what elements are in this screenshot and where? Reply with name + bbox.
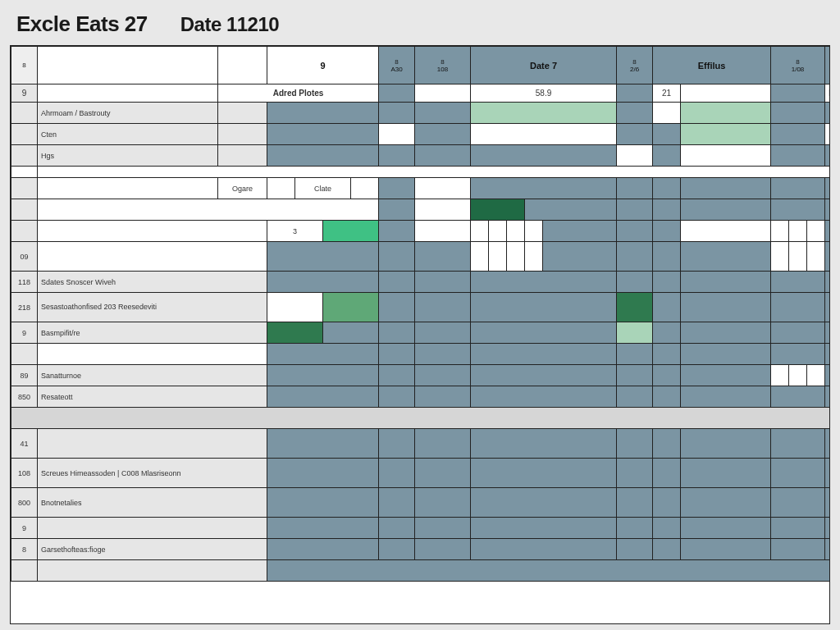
data-row (11, 199, 831, 221)
hdr-g1[interactable]: 8A30 (379, 47, 415, 84)
data-row: 9 Basmpifit/re (11, 322, 831, 344)
data-row: 41 (11, 429, 831, 459)
data-row: 9 (11, 518, 831, 539)
row-number[interactable]: 108 (11, 459, 38, 488)
sub-val3[interactable]: Neeitfen Predes 7 (825, 84, 830, 103)
hdr-g4[interactable]: 81/08 (771, 47, 825, 84)
row-label[interactable]: Ahrmoam / Bastrouty (38, 103, 218, 124)
sub-val2[interactable]: 21 (653, 84, 681, 103)
row-label[interactable]: Screues Himeassoden | C008 Mlasriseonn (38, 459, 267, 488)
hdr-blank-sub[interactable] (218, 47, 267, 84)
row-label[interactable]: Resateott (38, 386, 267, 408)
row-label[interactable]: Bnotnetalies (38, 488, 267, 518)
spreadsheet-grid[interactable]: 8 9 8A30 8108 Date 7 82/6 Effilus 81/08 … (10, 45, 830, 624)
section-divider (11, 408, 831, 429)
hdr-g2[interactable]: 8108 (415, 47, 471, 84)
row-number[interactable]: 09 (11, 242, 38, 272)
data-row (11, 344, 831, 365)
data-row: 8 Garsethofteas:fioge (11, 539, 831, 560)
data-row: 850 Resateott (11, 386, 831, 408)
row-number[interactable]: 41 (11, 429, 38, 459)
row-sublabel-b[interactable]: Clate (295, 178, 351, 199)
row-number[interactable]: 8 (11, 539, 38, 560)
data-row: 09 (11, 242, 831, 272)
sub-val1[interactable]: 58.9 (471, 84, 617, 103)
row-label[interactable]: Garsethofteas:fioge (38, 539, 267, 560)
app-title: Excle Eats 27 (16, 11, 148, 37)
row-number[interactable]: 9 (11, 518, 38, 539)
row-number[interactable]: 118 (11, 272, 38, 293)
data-row: 108 Screues Himeassoden | C008 Mlasriseo… (11, 459, 831, 488)
column-header-row: 8 9 8A30 8108 Date 7 82/6 Effilus 81/08 … (11, 47, 831, 84)
row-label[interactable]: Cten (38, 124, 218, 145)
data-row: 89 Sanatturnoe (11, 365, 831, 386)
date-subtitle: Date 11210 (180, 13, 279, 36)
hdr-eff[interactable]: Effilus (653, 47, 771, 84)
subheader-row: 9 Adred Plotes 58.9 21 Neeitfen Predes 7 (11, 84, 831, 103)
hdr-blank-label[interactable] (38, 47, 218, 84)
row-label[interactable]: Sdates Snoscer Wiveh (38, 272, 267, 293)
hdr-g3[interactable]: 82/6 (617, 47, 653, 84)
data-row: Ogare Clate (11, 178, 831, 199)
data-row: Ahrmoam / Bastrouty (11, 103, 831, 124)
hdr-center[interactable]: 9 (267, 47, 379, 84)
data-row: 3 (11, 221, 831, 242)
hdr-g5[interactable]: 38 (825, 47, 830, 84)
sheet-table[interactable]: 8 9 8A30 8108 Date 7 82/6 Effilus 81/08 … (11, 46, 830, 582)
data-row: 218 Sesastoathonfised 203 Reesedeviti (11, 293, 831, 322)
sub-rownum[interactable]: 9 (11, 84, 38, 103)
row-number[interactable]: 800 (11, 488, 38, 518)
data-row: Hgs (11, 145, 831, 167)
data-row: 800 Bnotnetalies (11, 488, 831, 518)
hdr-date[interactable]: Date 7 (471, 47, 617, 84)
data-row (11, 167, 831, 178)
data-row: Cten (11, 124, 831, 145)
green-bar[interactable] (323, 221, 379, 242)
row-number[interactable]: 850 (11, 386, 38, 408)
row-sublabel-a[interactable]: Ogare (218, 178, 267, 199)
title-bar: Excle Eats 27 Date 11210 (10, 7, 830, 45)
sub-label-mid[interactable]: Adred Plotes (218, 84, 379, 103)
data-row: 118 Sdates Snoscer Wiveh (11, 272, 831, 293)
row-number[interactable]: 89 (11, 365, 38, 386)
row-label[interactable]: Sanatturnoe (38, 365, 267, 386)
row-label[interactable]: Sesastoathonfised 203 Reesedeviti (38, 293, 267, 322)
row-number[interactable]: 218 (11, 293, 38, 322)
data-row (11, 560, 831, 582)
row-number[interactable]: 9 (11, 322, 38, 344)
row-label[interactable]: Hgs (38, 145, 218, 167)
row-label[interactable]: Basmpifit/re (38, 322, 267, 344)
hdr-rownum[interactable]: 8 (11, 47, 38, 84)
